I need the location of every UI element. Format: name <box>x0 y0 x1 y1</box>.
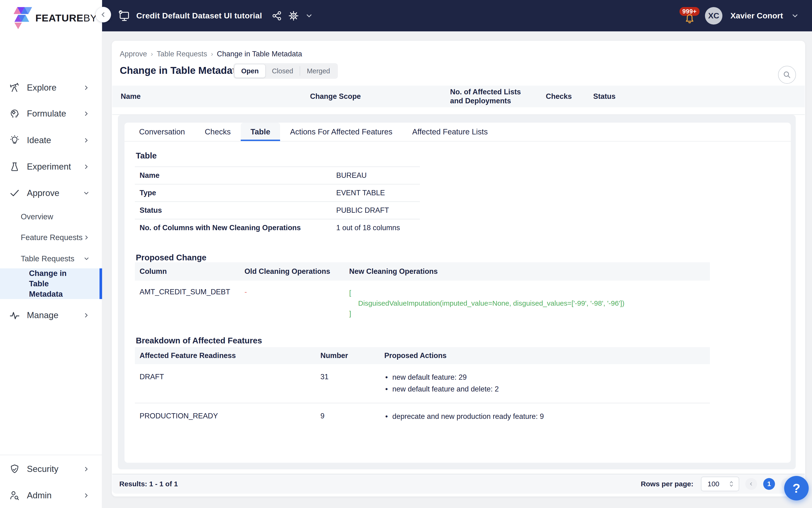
filter-open[interactable]: Open <box>235 65 265 78</box>
column-header-name: Name <box>121 92 140 101</box>
breadcrumb: Approve › Table Requests › Change in Tab… <box>120 50 302 58</box>
table-row: PRODUCTION_READY 9 deprecate and new pro… <box>135 403 710 430</box>
user-menu-chevron-down-icon[interactable] <box>791 12 799 20</box>
results-footer: Results: 1 - 1 of 1 Rows per page: 100 1 <box>112 474 805 494</box>
sidebar-item-formulate[interactable]: Formulate <box>0 107 102 121</box>
sidebar-item-admin[interactable]: Admin <box>0 489 102 502</box>
main-content-card: Approve › Table Requests › Change in Tab… <box>112 41 805 497</box>
activity-pulse-icon <box>9 310 20 321</box>
kv-value: EVENT TABLE <box>336 189 385 197</box>
column-header-affected-feature-readiness: Affected Feature Readiness <box>135 351 320 360</box>
sub-item-label: Feature Requests <box>21 233 83 242</box>
search-button[interactable] <box>778 66 796 84</box>
chevron-right-icon <box>83 163 90 170</box>
breadcrumb-table-requests[interactable]: Table Requests <box>157 50 207 58</box>
detail-inset: Conversation Checks Table Actions For Af… <box>118 115 796 469</box>
kv-label: Status <box>135 206 336 215</box>
topbar: Credit Default Dataset UI tutorial 999+ <box>0 0 812 31</box>
sub-item-label: Table Requests <box>21 254 74 263</box>
chevron-right-icon <box>83 466 90 473</box>
project-menu-chevron-down-icon[interactable] <box>305 12 313 20</box>
proposed-actions-cell: deprecate and new production ready featu… <box>384 412 710 421</box>
person-search-icon <box>9 490 20 501</box>
help-button[interactable]: ? <box>784 476 809 501</box>
sidebar-divider <box>0 455 102 455</box>
kv-value: BUREAU <box>336 171 367 180</box>
sidebar-item-label: Security <box>27 464 58 474</box>
tab-table[interactable]: Table <box>241 123 280 141</box>
tab-actions-for-affected-features[interactable]: Actions For Affected Features <box>280 123 402 141</box>
filter-closed[interactable]: Closed <box>265 65 300 78</box>
action-item: new default feature and delete: 2 <box>384 384 710 394</box>
flask-icon <box>9 162 20 172</box>
sidebar-item-overview[interactable]: Overview <box>0 211 102 223</box>
code-bracket-open: [ <box>349 288 710 298</box>
table-details: Name BUREAU Type EVENT TABLE Status PUBL… <box>135 167 420 236</box>
breadcrumb-approve[interactable]: Approve <box>120 50 147 58</box>
kv-label: No. of Columns with New Cleaning Operati… <box>135 223 336 232</box>
filter-merged[interactable]: Merged <box>300 65 336 78</box>
sidebar-item-label: Approve <box>27 188 59 198</box>
breadcrumb-current: Change in Table Metadata <box>217 50 302 58</box>
chevron-down-icon <box>83 255 90 262</box>
breakdown-heading: Breakdown of Affected Features <box>136 336 791 345</box>
proposed-actions-cell: new default feature: 29 new default feat… <box>384 373 710 394</box>
kv-value: 1 out of 18 columns <box>336 223 400 232</box>
kv-label: Type <box>135 189 336 197</box>
proposed-change-table: Column Old Cleaning Operations New Clean… <box>135 262 710 322</box>
action-item: deprecate and new production ready featu… <box>384 412 710 421</box>
head-gear-icon <box>9 109 20 119</box>
request-list-row[interactable] <box>112 107 805 115</box>
tab-conversation[interactable]: Conversation <box>129 123 195 141</box>
catalog-monitor-icon <box>118 10 130 22</box>
check-icon <box>9 188 20 198</box>
sidebar-item-change-in-table-metadata[interactable]: Change in Table Metadata <box>0 268 102 299</box>
pagination-page-1[interactable]: 1 <box>763 478 775 490</box>
proposed-change-header: Column Old Cleaning Operations New Clean… <box>135 262 710 281</box>
action-item: new default feature: 29 <box>384 373 710 382</box>
kv-row-columns-with-new-cleaning-ops: No. of Columns with New Cleaning Operati… <box>135 219 420 236</box>
table-section-heading: Table <box>136 151 791 160</box>
column-header-number: Number <box>320 351 384 360</box>
kv-row-name: Name BUREAU <box>135 167 420 184</box>
sidebar-item-manage[interactable]: Manage <box>0 308 102 322</box>
sidebar-collapse-button[interactable] <box>95 7 111 23</box>
code-body: DisguisedValueImputation(imputed_value=N… <box>349 298 710 308</box>
sidebar-item-feature-requests[interactable]: Feature Requests <box>0 231 102 244</box>
sidebar-item-security[interactable]: Security <box>0 462 102 476</box>
kv-row-type: Type EVENT TABLE <box>135 184 420 201</box>
chevron-down-icon <box>83 189 90 197</box>
sidebar-item-label: Manage <box>27 310 58 320</box>
sidebar-item-experiment[interactable]: Experiment <box>0 160 102 174</box>
column-header-new-cleaning-operations: New Cleaning Operations <box>349 267 710 276</box>
tab-checks[interactable]: Checks <box>195 123 240 141</box>
breakdown-header: Affected Feature Readiness Number Propos… <box>135 347 710 364</box>
user-avatar[interactable]: XC <box>705 7 722 25</box>
sidebar-item-label: Formulate <box>27 109 66 119</box>
results-count: Results: 1 - 1 of 1 <box>119 480 178 488</box>
pagination-prev-button[interactable] <box>745 478 757 490</box>
table-row: DRAFT 31 new default feature: 29 new def… <box>135 364 710 403</box>
tab-affected-feature-lists[interactable]: Affected Feature Lists <box>402 123 497 141</box>
sidebar-item-table-requests[interactable]: Table Requests <box>0 253 102 265</box>
breakdown-table: Affected Feature Readiness Number Propos… <box>135 347 710 430</box>
sidebar-item-ideate[interactable]: Ideate <box>0 133 102 147</box>
sidebar-item-label: Experiment <box>27 162 71 172</box>
readiness-cell: DRAFT <box>135 373 320 394</box>
notifications-bell-icon[interactable]: 999+ <box>683 7 697 24</box>
rows-per-page-label: Rows per page: <box>641 480 693 488</box>
kv-row-status: Status PUBLIC DRAFT <box>135 201 420 219</box>
rows-per-page-select[interactable]: 100 <box>701 477 739 491</box>
sidebar-item-approve[interactable]: Approve <box>0 186 102 200</box>
chevron-right-icon <box>83 234 90 241</box>
new-cleaning-operations-cell: [ DisguisedValueImputation(imputed_value… <box>349 288 710 319</box>
share-icon[interactable] <box>272 11 282 21</box>
state-filter-segmented-control: Open Closed Merged <box>233 63 338 79</box>
rows-per-page-value: 100 <box>708 480 719 488</box>
settings-gear-icon[interactable] <box>288 10 299 21</box>
number-cell: 31 <box>320 373 384 394</box>
featurebyte-logo[interactable]: FEATUREBYTE <box>0 0 102 29</box>
code-bracket-close: ] <box>349 308 710 319</box>
sidebar-item-explore[interactable]: Explore <box>0 81 102 94</box>
sub-item-label: Overview <box>21 212 53 221</box>
